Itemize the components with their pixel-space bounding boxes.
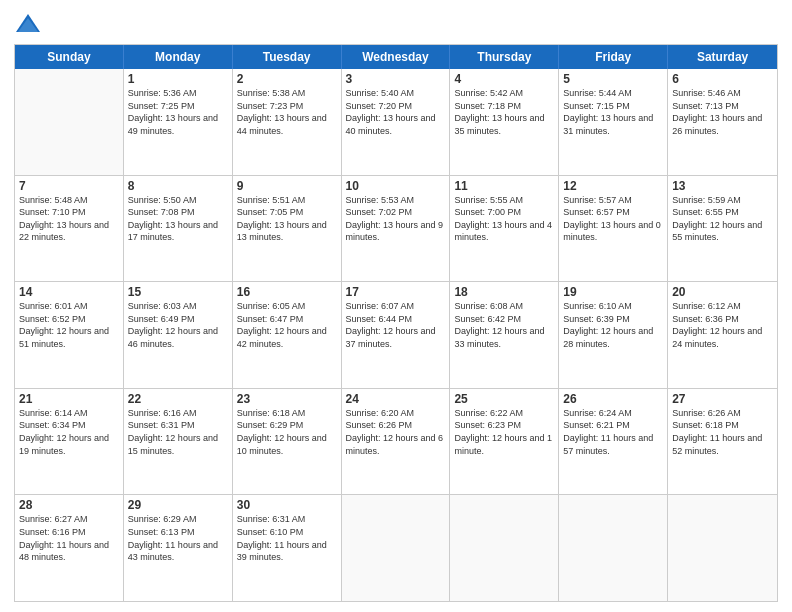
- day-info: Sunrise: 5:53 AM Sunset: 7:02 PM Dayligh…: [346, 194, 446, 244]
- calendar-row: 14 Sunrise: 6:01 AM Sunset: 6:52 PM Dayl…: [15, 282, 777, 389]
- weekday-header: Saturday: [668, 45, 777, 69]
- calendar-cell: 13 Sunrise: 5:59 AM Sunset: 6:55 PM Dayl…: [668, 176, 777, 282]
- day-info: Sunrise: 6:31 AM Sunset: 6:10 PM Dayligh…: [237, 513, 337, 563]
- day-info: Sunrise: 5:57 AM Sunset: 6:57 PM Dayligh…: [563, 194, 663, 244]
- calendar-row: 21 Sunrise: 6:14 AM Sunset: 6:34 PM Dayl…: [15, 389, 777, 496]
- day-number: 9: [237, 179, 337, 193]
- day-number: 3: [346, 72, 446, 86]
- day-number: 13: [672, 179, 773, 193]
- day-info: Sunrise: 6:14 AM Sunset: 6:34 PM Dayligh…: [19, 407, 119, 457]
- day-number: 30: [237, 498, 337, 512]
- day-info: Sunrise: 6:01 AM Sunset: 6:52 PM Dayligh…: [19, 300, 119, 350]
- calendar-cell: 27 Sunrise: 6:26 AM Sunset: 6:18 PM Dayl…: [668, 389, 777, 495]
- calendar-cell: 25 Sunrise: 6:22 AM Sunset: 6:23 PM Dayl…: [450, 389, 559, 495]
- day-info: Sunrise: 5:44 AM Sunset: 7:15 PM Dayligh…: [563, 87, 663, 137]
- day-info: Sunrise: 6:05 AM Sunset: 6:47 PM Dayligh…: [237, 300, 337, 350]
- calendar-cell: 29 Sunrise: 6:29 AM Sunset: 6:13 PM Dayl…: [124, 495, 233, 601]
- calendar-row: 7 Sunrise: 5:48 AM Sunset: 7:10 PM Dayli…: [15, 176, 777, 283]
- day-info: Sunrise: 6:12 AM Sunset: 6:36 PM Dayligh…: [672, 300, 773, 350]
- weekday-header: Friday: [559, 45, 668, 69]
- day-info: Sunrise: 5:38 AM Sunset: 7:23 PM Dayligh…: [237, 87, 337, 137]
- day-number: 14: [19, 285, 119, 299]
- day-number: 8: [128, 179, 228, 193]
- day-info: Sunrise: 6:29 AM Sunset: 6:13 PM Dayligh…: [128, 513, 228, 563]
- calendar-cell: 1 Sunrise: 5:36 AM Sunset: 7:25 PM Dayli…: [124, 69, 233, 175]
- day-info: Sunrise: 6:18 AM Sunset: 6:29 PM Dayligh…: [237, 407, 337, 457]
- day-number: 10: [346, 179, 446, 193]
- day-number: 6: [672, 72, 773, 86]
- calendar-cell: 2 Sunrise: 5:38 AM Sunset: 7:23 PM Dayli…: [233, 69, 342, 175]
- calendar-cell: 7 Sunrise: 5:48 AM Sunset: 7:10 PM Dayli…: [15, 176, 124, 282]
- calendar-header: SundayMondayTuesdayWednesdayThursdayFrid…: [15, 45, 777, 69]
- calendar-cell: 10 Sunrise: 5:53 AM Sunset: 7:02 PM Dayl…: [342, 176, 451, 282]
- day-number: 23: [237, 392, 337, 406]
- calendar: SundayMondayTuesdayWednesdayThursdayFrid…: [14, 44, 778, 602]
- day-number: 28: [19, 498, 119, 512]
- calendar-cell: 18 Sunrise: 6:08 AM Sunset: 6:42 PM Dayl…: [450, 282, 559, 388]
- day-info: Sunrise: 5:55 AM Sunset: 7:00 PM Dayligh…: [454, 194, 554, 244]
- day-number: 26: [563, 392, 663, 406]
- calendar-cell: 11 Sunrise: 5:55 AM Sunset: 7:00 PM Dayl…: [450, 176, 559, 282]
- day-info: Sunrise: 6:07 AM Sunset: 6:44 PM Dayligh…: [346, 300, 446, 350]
- day-number: 15: [128, 285, 228, 299]
- day-info: Sunrise: 6:20 AM Sunset: 6:26 PM Dayligh…: [346, 407, 446, 457]
- day-info: Sunrise: 5:36 AM Sunset: 7:25 PM Dayligh…: [128, 87, 228, 137]
- day-info: Sunrise: 5:50 AM Sunset: 7:08 PM Dayligh…: [128, 194, 228, 244]
- day-number: 21: [19, 392, 119, 406]
- calendar-row: 1 Sunrise: 5:36 AM Sunset: 7:25 PM Dayli…: [15, 69, 777, 176]
- calendar-body: 1 Sunrise: 5:36 AM Sunset: 7:25 PM Dayli…: [15, 69, 777, 601]
- calendar-cell: 8 Sunrise: 5:50 AM Sunset: 7:08 PM Dayli…: [124, 176, 233, 282]
- day-number: 29: [128, 498, 228, 512]
- day-number: 24: [346, 392, 446, 406]
- day-number: 17: [346, 285, 446, 299]
- day-number: 20: [672, 285, 773, 299]
- day-number: 12: [563, 179, 663, 193]
- header: [14, 10, 778, 38]
- day-info: Sunrise: 5:51 AM Sunset: 7:05 PM Dayligh…: [237, 194, 337, 244]
- day-info: Sunrise: 6:16 AM Sunset: 6:31 PM Dayligh…: [128, 407, 228, 457]
- day-info: Sunrise: 5:46 AM Sunset: 7:13 PM Dayligh…: [672, 87, 773, 137]
- day-info: Sunrise: 6:27 AM Sunset: 6:16 PM Dayligh…: [19, 513, 119, 563]
- calendar-cell: 28 Sunrise: 6:27 AM Sunset: 6:16 PM Dayl…: [15, 495, 124, 601]
- day-number: 4: [454, 72, 554, 86]
- calendar-cell: 15 Sunrise: 6:03 AM Sunset: 6:49 PM Dayl…: [124, 282, 233, 388]
- day-info: Sunrise: 6:08 AM Sunset: 6:42 PM Dayligh…: [454, 300, 554, 350]
- day-number: 5: [563, 72, 663, 86]
- day-info: Sunrise: 6:22 AM Sunset: 6:23 PM Dayligh…: [454, 407, 554, 457]
- calendar-cell: [450, 495, 559, 601]
- day-info: Sunrise: 5:48 AM Sunset: 7:10 PM Dayligh…: [19, 194, 119, 244]
- day-info: Sunrise: 6:24 AM Sunset: 6:21 PM Dayligh…: [563, 407, 663, 457]
- calendar-cell: 19 Sunrise: 6:10 AM Sunset: 6:39 PM Dayl…: [559, 282, 668, 388]
- day-info: Sunrise: 5:59 AM Sunset: 6:55 PM Dayligh…: [672, 194, 773, 244]
- day-number: 27: [672, 392, 773, 406]
- weekday-header: Thursday: [450, 45, 559, 69]
- page: SundayMondayTuesdayWednesdayThursdayFrid…: [0, 0, 792, 612]
- day-info: Sunrise: 5:40 AM Sunset: 7:20 PM Dayligh…: [346, 87, 446, 137]
- logo-icon: [14, 10, 42, 38]
- day-number: 11: [454, 179, 554, 193]
- calendar-cell: 22 Sunrise: 6:16 AM Sunset: 6:31 PM Dayl…: [124, 389, 233, 495]
- weekday-header: Wednesday: [342, 45, 451, 69]
- calendar-cell: 6 Sunrise: 5:46 AM Sunset: 7:13 PM Dayli…: [668, 69, 777, 175]
- day-number: 18: [454, 285, 554, 299]
- calendar-cell: 9 Sunrise: 5:51 AM Sunset: 7:05 PM Dayli…: [233, 176, 342, 282]
- calendar-cell: 20 Sunrise: 6:12 AM Sunset: 6:36 PM Dayl…: [668, 282, 777, 388]
- calendar-cell: 23 Sunrise: 6:18 AM Sunset: 6:29 PM Dayl…: [233, 389, 342, 495]
- day-number: 7: [19, 179, 119, 193]
- calendar-cell: 26 Sunrise: 6:24 AM Sunset: 6:21 PM Dayl…: [559, 389, 668, 495]
- day-info: Sunrise: 6:10 AM Sunset: 6:39 PM Dayligh…: [563, 300, 663, 350]
- day-number: 22: [128, 392, 228, 406]
- day-info: Sunrise: 5:42 AM Sunset: 7:18 PM Dayligh…: [454, 87, 554, 137]
- day-number: 2: [237, 72, 337, 86]
- weekday-header: Sunday: [15, 45, 124, 69]
- calendar-cell: [342, 495, 451, 601]
- calendar-cell: [668, 495, 777, 601]
- calendar-cell: 30 Sunrise: 6:31 AM Sunset: 6:10 PM Dayl…: [233, 495, 342, 601]
- day-info: Sunrise: 6:03 AM Sunset: 6:49 PM Dayligh…: [128, 300, 228, 350]
- calendar-cell: 24 Sunrise: 6:20 AM Sunset: 6:26 PM Dayl…: [342, 389, 451, 495]
- logo: [14, 10, 46, 38]
- day-number: 16: [237, 285, 337, 299]
- calendar-cell: 3 Sunrise: 5:40 AM Sunset: 7:20 PM Dayli…: [342, 69, 451, 175]
- calendar-cell: 16 Sunrise: 6:05 AM Sunset: 6:47 PM Dayl…: [233, 282, 342, 388]
- calendar-cell: [559, 495, 668, 601]
